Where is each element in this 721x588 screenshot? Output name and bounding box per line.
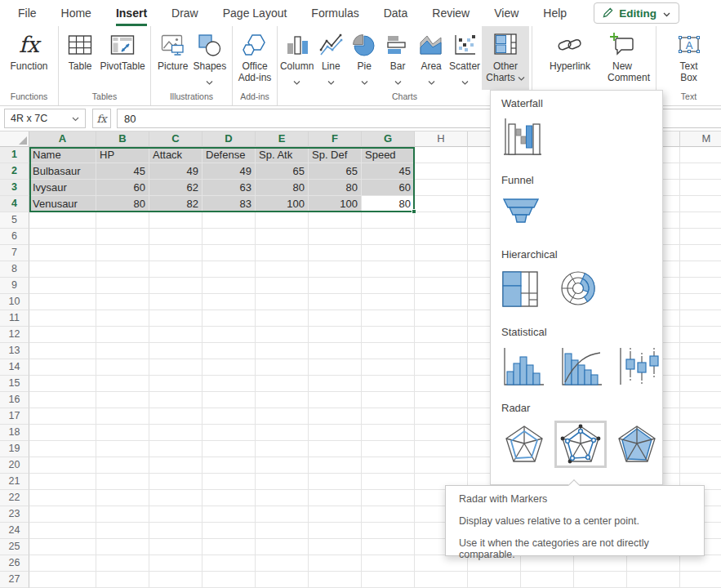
tab-view[interactable]: View [494,0,518,26]
cell-C23[interactable] [149,506,203,523]
pareto-chart-item[interactable] [559,346,603,387]
cell-F14[interactable] [309,359,362,376]
cell-M13[interactable] [680,343,721,359]
cell-B1[interactable]: HP [96,147,149,163]
cell-M27[interactable] [680,572,721,588]
cell-E7[interactable] [256,245,309,261]
cell-L27[interactable] [627,572,680,588]
cell-M18[interactable] [680,425,721,441]
row-header-2[interactable]: 2 [0,163,29,180]
cell-B9[interactable] [96,278,149,294]
cell-F13[interactable] [309,343,362,359]
row-header-19[interactable]: 19 [0,441,29,457]
cell-H5[interactable] [415,212,468,229]
cell-E9[interactable] [256,278,309,294]
row-header-15[interactable]: 15 [0,376,29,392]
cell-C15[interactable] [149,376,203,392]
cell-A20[interactable] [29,457,96,474]
cell-A13[interactable] [29,343,96,359]
cell-H11[interactable] [415,310,468,327]
cell-E20[interactable] [256,457,309,474]
cell-B18[interactable] [96,425,149,441]
cell-C18[interactable] [149,425,203,441]
cell-F4[interactable]: 100 [309,196,362,212]
cell-B13[interactable] [96,343,149,359]
cell-E27[interactable] [256,572,309,588]
tab-page-layout[interactable]: Page Layout [223,0,287,26]
cell-D6[interactable] [203,229,256,245]
cell-G23[interactable] [362,506,415,523]
cell-C24[interactable] [149,523,203,539]
cell-E17[interactable] [256,408,309,425]
cell-G15[interactable] [362,376,415,392]
cell-B15[interactable] [96,376,149,392]
cell-M3[interactable] [680,180,721,196]
cell-C6[interactable] [149,229,203,245]
column-header-A[interactable]: A [29,131,96,147]
cell-M16[interactable] [680,392,721,408]
row-header-14[interactable]: 14 [0,359,29,376]
cell-H18[interactable] [415,425,468,441]
cell-B17[interactable] [96,408,149,425]
cell-I27[interactable] [468,572,521,588]
cell-C19[interactable] [149,441,203,457]
cell-H1[interactable] [415,147,468,163]
cell-C27[interactable] [149,572,203,588]
cell-D19[interactable] [203,441,256,457]
filled-radar-chart-item[interactable] [614,424,660,465]
cell-E3[interactable]: 80 [256,180,309,196]
cell-C21[interactable] [149,474,203,490]
cell-G13[interactable] [362,343,415,359]
cell-B16[interactable] [96,392,149,408]
cell-A8[interactable] [29,261,96,278]
cell-M7[interactable] [680,245,721,261]
cell-E13[interactable] [256,343,309,359]
cell-M8[interactable] [680,261,721,278]
cell-F10[interactable] [309,294,362,310]
row-header-21[interactable]: 21 [0,474,29,490]
cell-A23[interactable] [29,506,96,523]
cell-A15[interactable] [29,376,96,392]
cell-E22[interactable] [256,490,309,506]
row-header-17[interactable]: 17 [0,408,29,425]
cell-F16[interactable] [309,392,362,408]
cell-A27[interactable] [29,572,96,588]
cell-F2[interactable]: 65 [309,163,362,180]
cell-G9[interactable] [362,278,415,294]
cell-D16[interactable] [203,392,256,408]
radar-chart-item[interactable] [501,424,547,465]
column-header-B[interactable]: B [96,131,149,147]
cell-E2[interactable]: 65 [256,163,309,180]
cell-F1[interactable]: Sp. Def [309,147,362,163]
cell-G18[interactable] [362,425,415,441]
cell-D2[interactable]: 49 [203,163,256,180]
cell-K27[interactable] [574,572,627,588]
cell-A10[interactable] [29,294,96,310]
histogram-chart-item[interactable] [501,346,545,387]
cell-F20[interactable] [309,457,362,474]
cell-E19[interactable] [256,441,309,457]
cell-C10[interactable] [149,294,203,310]
column-header-G[interactable]: G [362,131,415,147]
cell-B21[interactable] [96,474,149,490]
cell-J27[interactable] [521,572,574,588]
cell-D4[interactable]: 83 [203,196,256,212]
cell-M11[interactable] [680,310,721,327]
cell-A19[interactable] [29,441,96,457]
tab-home[interactable]: Home [61,0,91,26]
cell-G3[interactable]: 60 [362,180,415,196]
cell-D10[interactable] [203,294,256,310]
cell-G19[interactable] [362,441,415,457]
cell-E11[interactable] [256,310,309,327]
tab-help[interactable]: Help [543,0,567,26]
sunburst-chart-item[interactable] [559,269,598,308]
line-chart-button[interactable]: Line [314,26,347,90]
cell-D18[interactable] [203,425,256,441]
cell-G24[interactable] [362,523,415,539]
table-button[interactable]: Table [64,26,96,90]
row-header-26[interactable]: 26 [0,555,29,572]
cell-M14[interactable] [680,359,721,376]
cell-F26[interactable] [309,555,362,572]
cell-B5[interactable] [96,212,149,229]
cell-E14[interactable] [256,359,309,376]
